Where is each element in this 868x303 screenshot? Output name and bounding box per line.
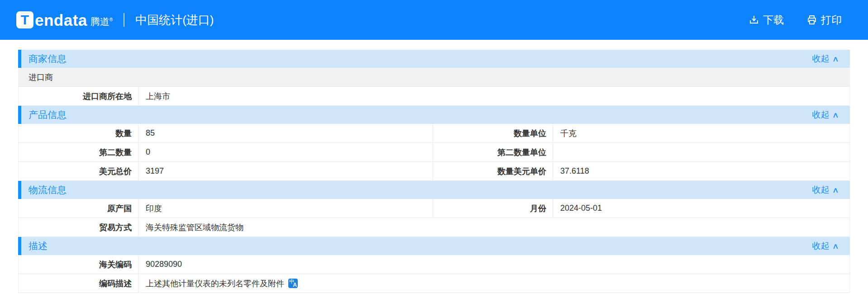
print-button[interactable]: 打印 xyxy=(806,13,842,27)
field-label: 数量美元单价 xyxy=(433,162,553,180)
field-label: 第二数量单位 xyxy=(433,143,553,161)
chevron-up-icon: ∧ xyxy=(832,186,839,194)
collapse-label: 收起 xyxy=(812,240,830,252)
field-label: 第二数量 xyxy=(19,143,138,161)
collapse-button[interactable]: 收起 ∧ xyxy=(812,184,838,196)
download-icon xyxy=(749,14,759,25)
importer-label: 进口商 xyxy=(29,72,53,83)
section-description: 描述 收起 ∧ 海关编码 90289090 编码描述 上述其他计量仪表的未列名零… xyxy=(18,237,850,293)
row-origin-country: 原产国 印度 月份 2024-05-01 xyxy=(18,199,850,218)
tendata-logo-icon: T xyxy=(16,11,33,28)
topbar: T endata 腾道® 中国统计(进口) 下载 xyxy=(0,0,868,40)
field-label: 数量单位 xyxy=(433,124,553,142)
row-importer: 进口商 xyxy=(18,68,850,87)
section-header-logistics-info: 物流信息 收起 ∧ xyxy=(18,181,850,199)
logo-wordmark: endata xyxy=(35,12,87,28)
section-title: 产品信息 xyxy=(29,109,67,121)
topbar-left: T endata 腾道® 中国统计(进口) xyxy=(16,11,214,28)
field-label: 美元总价 xyxy=(19,162,138,180)
row-hs-code: 海关编码 90289090 xyxy=(18,255,850,274)
field-value: 上海市 xyxy=(138,87,849,105)
logo-cn-text: 腾道 xyxy=(91,16,110,27)
section-title: 商家信息 xyxy=(29,52,67,65)
translate-icon[interactable]: 中 A xyxy=(288,279,298,288)
field-label: 编码描述 xyxy=(19,274,138,293)
title-separator xyxy=(124,13,124,27)
field-label: 海关编码 xyxy=(19,255,138,274)
field-value: 3197 xyxy=(138,162,433,180)
field-value: 千克 xyxy=(553,124,849,142)
logo-chinese-name: 腾道® xyxy=(91,13,113,28)
collapse-label: 收起 xyxy=(812,184,830,196)
field-value: 上述其他计量仪表的未列名零件及附件 中 A xyxy=(138,274,849,293)
collapse-button[interactable]: 收起 ∧ xyxy=(812,240,838,252)
row-quantity: 数量 85 数量单位 千克 xyxy=(18,124,850,143)
topbar-actions: 下载 打印 xyxy=(749,13,842,27)
collapse-button[interactable]: 收起 ∧ xyxy=(812,53,838,65)
row-hs-code-description: 编码描述 上述其他计量仪表的未列名零件及附件 中 A xyxy=(18,274,850,293)
field-label: 进口商所在地 xyxy=(19,87,138,105)
chevron-up-icon: ∧ xyxy=(832,242,839,250)
field-label: 贸易方式 xyxy=(19,218,138,237)
row-trade-mode: 贸易方式 海关特殊监管区域物流货物 xyxy=(18,218,850,237)
section-title: 描述 xyxy=(29,240,48,252)
field-label: 原产国 xyxy=(19,199,138,218)
section-merchant-info: 商家信息 收起 ∧ 进口商 进口商所在地 上海市 xyxy=(18,50,850,106)
registered-mark: ® xyxy=(110,17,113,22)
field-label: 数量 xyxy=(19,124,138,142)
chevron-up-icon: ∧ xyxy=(832,111,839,119)
section-header-merchant-info: 商家信息 收起 ∧ xyxy=(18,50,850,68)
download-label: 下载 xyxy=(763,13,784,27)
field-value: 印度 xyxy=(138,199,433,218)
print-label: 打印 xyxy=(821,13,842,27)
section-header-description: 描述 收起 ∧ xyxy=(18,237,850,255)
section-logistics-info: 物流信息 收起 ∧ 原产国 印度 月份 2024-05-01 贸易方式 海关特殊… xyxy=(18,181,850,237)
hs-description-text: 上述其他计量仪表的未列名零件及附件 xyxy=(146,278,284,289)
row-importer-location: 进口商所在地 上海市 xyxy=(18,87,850,106)
field-value xyxy=(553,143,849,161)
field-value: 37.6118 xyxy=(553,162,849,180)
field-value: 海关特殊监管区域物流货物 xyxy=(138,218,849,237)
section-product-info: 产品信息 收起 ∧ 数量 85 数量单位 千克 第二数量 0 第二数量单位 美元… xyxy=(18,106,850,181)
section-header-product-info: 产品信息 收起 ∧ xyxy=(18,106,850,124)
collapse-button[interactable]: 收起 ∧ xyxy=(812,109,838,121)
chevron-up-icon: ∧ xyxy=(832,55,839,63)
row-second-quantity: 第二数量 0 第二数量单位 xyxy=(18,143,850,162)
download-button[interactable]: 下载 xyxy=(749,13,784,27)
collapse-label: 收起 xyxy=(812,109,830,121)
field-value: 0 xyxy=(138,143,433,161)
page-title: 中国统计(进口) xyxy=(135,12,214,28)
collapse-label: 收起 xyxy=(812,53,830,65)
print-icon xyxy=(806,14,817,25)
field-value: 85 xyxy=(138,124,433,142)
field-value: 90289090 xyxy=(138,255,849,274)
row-usd-total: 美元总价 3197 数量美元单价 37.6118 xyxy=(18,162,850,181)
logo-glyph: T xyxy=(21,12,29,28)
section-title: 物流信息 xyxy=(29,184,67,196)
tendata-logo[interactable]: T endata 腾道® xyxy=(16,11,113,28)
field-value: 2024-05-01 xyxy=(553,199,849,218)
record-detail-panel: 商家信息 收起 ∧ 进口商 进口商所在地 上海市 产品信息 收起 ∧ 数量 85… xyxy=(18,50,850,293)
field-label: 月份 xyxy=(433,199,553,218)
translate-a-glyph: A xyxy=(293,283,297,288)
